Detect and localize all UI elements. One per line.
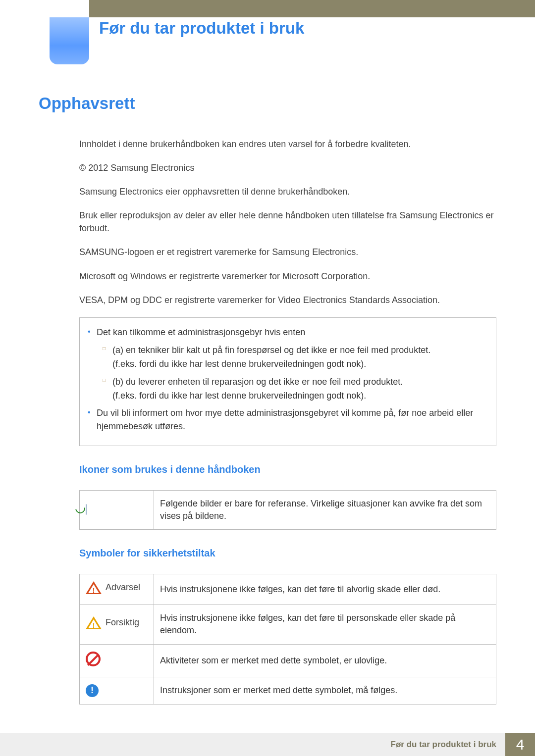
icon-description: Følgende bilder er bare for referanse. V… <box>154 490 496 529</box>
note-sub-text: (f.eks. fordi du ikke har lest denne bru… <box>112 357 487 371</box>
safety-symbols-table: ! Advarsel Hvis instruksjonene ikke følg… <box>79 574 496 705</box>
icons-used-table: Følgende bilder er bare for referanse. V… <box>79 490 496 530</box>
note-bullet: Du vil bli informert om hvor mye dette a… <box>86 406 487 432</box>
icon-cell <box>80 644 154 677</box>
warning-icon: ! <box>86 581 102 594</box>
note-sub-text: (a) en tekniker blir kalt ut på fin fore… <box>112 345 430 355</box>
section-title: Opphavsrett <box>39 94 496 113</box>
intro-p: Innholdet i denne brukerhåndboken kan en… <box>79 138 496 151</box>
reference-note-icon <box>86 504 87 515</box>
table-row: Aktiviteter som er merket med dette symb… <box>80 644 496 677</box>
warning-text: Hvis instruksjonene ikke følges, kan det… <box>154 574 496 605</box>
intro-p: SAMSUNG-logoen er et registrert varemerk… <box>79 246 496 258</box>
intro-p: © 2012 Samsung Electronics <box>79 161 496 174</box>
intro-p: Samsung Electronics eier opphavsretten t… <box>79 185 496 198</box>
intro-p: Bruk eller reproduksjon av deler av elle… <box>79 209 496 235</box>
page-content: Opphavsrett Innholdet i denne brukerhånd… <box>39 94 496 705</box>
note-sub-text: (f.eks. fordi du ikke har lest denne bru… <box>112 389 487 403</box>
table-row: ! Instruksjoner som er merket med dette … <box>80 677 496 704</box>
chapter-tab <box>0 17 89 64</box>
admin-fee-note-box: Det kan tilkomme et administrasjonsgebyr… <box>79 317 496 446</box>
intro-p: Microsoft og Windows er registrerte vare… <box>79 270 496 283</box>
chapter-tab-indicator <box>50 17 89 64</box>
table-row: ! Advarsel Hvis instruksjonene ikke følg… <box>80 574 496 605</box>
mandatory-text: Instruksjoner som er merket med dette sy… <box>154 677 496 704</box>
intro-paragraphs: Innholdet i denne brukerhåndboken kan en… <box>79 138 496 306</box>
warning-label: Advarsel <box>106 581 140 594</box>
caution-text: Hvis instruksjonene ikke følges, kan det… <box>154 605 496 644</box>
page-footer: Før du tar produktet i bruk 4 <box>0 733 535 756</box>
icon-cell <box>80 490 154 529</box>
chapter-title: Før du tar produktet i bruk <box>99 19 304 38</box>
prohibited-icon <box>86 652 101 666</box>
icon-cell: ! Forsiktig <box>80 605 154 644</box>
table-row: Følgende bilder er bare for referanse. V… <box>80 490 496 529</box>
subsection-safety-title: Symboler for sikkerhetstiltak <box>79 548 496 559</box>
footer-chapter-text: Før du tar produktet i bruk <box>0 733 505 756</box>
note-sub-bullet: (b) du leverer enheten til reparasjon og… <box>86 375 487 403</box>
note-sub-bullet: (a) en tekniker blir kalt ut på fin fore… <box>86 344 487 371</box>
intro-p: VESA, DPM og DDC er registrerte varemerk… <box>79 294 496 306</box>
mandatory-icon: ! <box>86 684 99 697</box>
caution-icon: ! <box>86 616 102 629</box>
note-sub-text: (b) du leverer enheten til reparasjon og… <box>112 377 403 387</box>
footer-page-number: 4 <box>505 733 535 756</box>
prohibited-text: Aktiviteter som er merket med dette symb… <box>154 644 496 677</box>
icon-cell: ! Advarsel <box>80 574 154 605</box>
subsection-icons-title: Ikoner som brukes i denne håndboken <box>79 464 496 475</box>
note-bullet: Det kan tilkomme et administrasjonsgebyr… <box>86 326 487 339</box>
header-bar <box>89 0 535 17</box>
caution-label: Forsiktig <box>106 616 139 629</box>
icon-cell: ! <box>80 677 154 704</box>
table-row: ! Forsiktig Hvis instruksjonene ikke føl… <box>80 605 496 644</box>
